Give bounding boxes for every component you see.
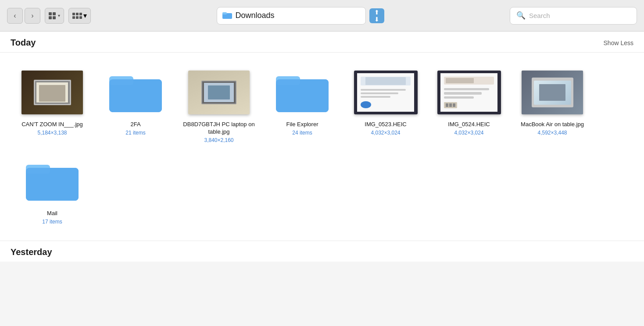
file-item-macbook-air[interactable]: MacBook Air on table.jpg 4,592×3,448 bbox=[511, 61, 594, 150]
file-item-img0523[interactable]: IMG_0523.HEIC 4,032×3,024 bbox=[344, 61, 427, 150]
macbook-thumb bbox=[522, 71, 583, 114]
group-view-button[interactable]: ▾ bbox=[68, 8, 91, 24]
file-meta: 5,184×3,138 bbox=[37, 130, 67, 136]
file-item-mail[interactable]: Mail 17 items bbox=[11, 150, 94, 232]
laptop-table-thumb bbox=[188, 71, 250, 114]
file-name-file-explorer: File Explorer bbox=[286, 121, 318, 128]
nav-buttons: ‹ › bbox=[7, 8, 40, 24]
file-item-img0524[interactable]: IMG_0524.HEIC 4,032×3,024 bbox=[427, 61, 511, 150]
path-input[interactable]: Downloads bbox=[217, 7, 366, 25]
toolbar: ‹ › ▾ ▾ D bbox=[0, 0, 644, 32]
file-thumb-db8d7 bbox=[186, 68, 252, 117]
file-meta-mail: 17 items bbox=[42, 219, 62, 225]
file-meta-macbook-air: 4,592×3,448 bbox=[537, 130, 567, 136]
search-placeholder: Search bbox=[529, 12, 550, 19]
file-item-cant-zoom[interactable]: CAN'T ZOOM IN___.jpg 5,184×3,138 bbox=[11, 61, 94, 150]
file-name-macbook-air: MacBook Air on table.jpg bbox=[521, 121, 584, 128]
show-less-button[interactable]: Show Less bbox=[604, 39, 633, 46]
screenshot1-thumb bbox=[354, 71, 418, 114]
file-name-2fa: 2FA bbox=[130, 121, 140, 128]
folder-icon-2fa bbox=[107, 70, 164, 116]
today-title: Today bbox=[11, 38, 36, 48]
file-meta-img0524: 4,032×3,024 bbox=[454, 130, 483, 136]
main-content: Today Show Less CAN'T ZOOM IN___.jpg bbox=[0, 32, 644, 262]
svg-rect-7 bbox=[276, 79, 329, 112]
file-thumb-macbook-air bbox=[519, 68, 585, 117]
up-down-icon: ⬆⬇ bbox=[374, 9, 379, 23]
yesterday-section: Yesterday bbox=[0, 241, 644, 262]
file-meta-file-explorer: 24 items bbox=[292, 130, 312, 136]
svg-rect-10 bbox=[26, 168, 79, 201]
file-meta-db8d7: 3,840×2,160 bbox=[204, 137, 233, 143]
back-button[interactable]: ‹ bbox=[7, 8, 23, 24]
forward-button[interactable]: › bbox=[25, 8, 40, 24]
grid-icon bbox=[49, 12, 56, 19]
laptop-desk-thumb bbox=[21, 71, 83, 114]
folder-title: Downloads bbox=[236, 11, 275, 20]
chevron-down-icon2: ▾ bbox=[83, 11, 87, 20]
file-meta-2fa: 21 items bbox=[125, 130, 145, 136]
folder-icon-file-explorer bbox=[274, 70, 331, 116]
file-thumb-img0523 bbox=[353, 68, 419, 117]
icon-view-button[interactable]: ▾ bbox=[45, 8, 64, 24]
file-thumb-file-explorer bbox=[269, 68, 335, 117]
search-bar[interactable]: 🔍 Search bbox=[510, 7, 637, 25]
title-bar: Downloads ⬆⬇ bbox=[95, 7, 505, 25]
file-name-img0523: IMG_0523.HEIC bbox=[365, 121, 406, 128]
file-grid-today: CAN'T ZOOM IN___.jpg 5,184×3,138 2FA 21 … bbox=[0, 53, 644, 241]
svg-rect-1 bbox=[222, 12, 227, 14]
yesterday-title: Yesterday bbox=[11, 247, 52, 257]
today-section-header: Today Show Less bbox=[0, 32, 644, 53]
file-thumb-mail bbox=[19, 157, 85, 206]
file-thumb-img0524 bbox=[436, 68, 502, 117]
file-name-mail: Mail bbox=[47, 210, 57, 217]
folder-icon-mail bbox=[24, 158, 81, 204]
file-item-db8d7[interactable]: DB8D7GBTJH PC laptop on table.jpg 3,840×… bbox=[177, 61, 261, 150]
file-item-2fa[interactable]: 2FA 21 items bbox=[94, 61, 177, 150]
file-item-file-explorer[interactable]: File Explorer 24 items bbox=[261, 61, 344, 150]
file-name: CAN'T ZOOM IN___.jpg bbox=[21, 121, 83, 128]
grid3-icon bbox=[72, 13, 82, 19]
chevron-down-icon: ▾ bbox=[58, 13, 60, 18]
folder-icon bbox=[222, 11, 232, 21]
svg-rect-4 bbox=[109, 79, 162, 112]
path-nav-button[interactable]: ⬆⬇ bbox=[369, 8, 384, 23]
file-name-img0524: IMG_0524.HEIC bbox=[448, 121, 490, 128]
file-thumb bbox=[19, 68, 85, 117]
screenshot2-thumb bbox=[437, 71, 501, 114]
file-thumb-2fa bbox=[103, 68, 168, 117]
file-meta-img0523: 4,032×3,024 bbox=[371, 130, 400, 136]
search-icon: 🔍 bbox=[516, 11, 526, 20]
file-name-db8d7: DB8D7GBTJH PC laptop on table.jpg bbox=[182, 121, 256, 136]
